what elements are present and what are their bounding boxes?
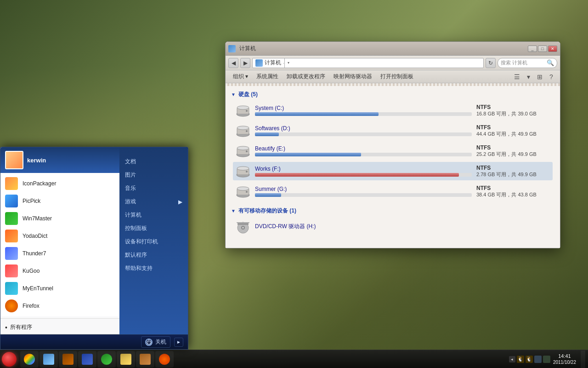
start-item-icon-win7m [5,212,18,225]
forward-button[interactable]: ▶ [240,58,250,68]
view-tiles-button[interactable]: ⊞ [535,72,545,82]
address-bar[interactable]: 计算机 · ▾ [252,58,484,68]
taskbar-item-firefox[interactable] [155,351,174,368]
taskbar-icon-pinwheel [24,354,35,365]
drive-item[interactable]: System (C:) NTFS 16.8 GB 可用，共 39.0 GB [233,101,553,120]
start-right-label: 游戏 [125,198,136,206]
address-icon [255,59,263,67]
dvd-info: DVD/CD-RW 驱动器 (H:) [255,223,550,231]
drive-item[interactable]: Softwares (D:) NTFS 44.4 GB 可用，共 49.9 GB [233,121,553,140]
taskbar-item-photo[interactable] [40,351,58,368]
start-right-label: 计算机 [125,211,141,219]
drive-fs: NTFS [476,124,550,131]
close-button[interactable]: ✕ [548,46,557,52]
shutdown-options-button[interactable]: ► [174,338,183,347]
start-right-item-documents[interactable]: 文档 [119,155,188,168]
drive-free: 38.4 GB 可用，共 43.8 GB [476,191,550,198]
start-button[interactable] [0,350,18,368]
tray-date-value: 2011/10/22 [553,359,576,365]
start-item-picpick[interactable]: PicPick [0,192,119,210]
tray-arrow-icon[interactable]: ◂ [509,356,515,362]
start-item-label: MyEnTunnel [23,285,53,292]
view-dropdown-button[interactable]: ▾ [523,72,533,82]
svg-point-15 [246,171,248,172]
drive-stats: NTFS 16.8 GB 可用，共 39.0 GB [476,104,550,117]
start-item-win7m[interactable]: Win7Master [0,210,119,227]
start-item-tunnel[interactable]: MyEnTunnel [0,280,119,297]
svg-point-6 [237,126,249,130]
toolbar-network[interactable]: 映射网络驱动器 [330,72,376,82]
toolbar-organize[interactable]: 组织 ▾ [229,72,252,82]
start-divider [0,318,119,319]
drive-info: Beautify (E:) [255,145,472,156]
start-right-item-pictures[interactable]: 图片 [119,169,188,181]
start-item-label: Thunder7 [23,250,46,257]
drive-fs: NTFS [476,165,550,171]
drive-item[interactable]: Beautify (E:) NTFS 25.2 GB 可用，共 49.9 GB [233,142,553,160]
start-item-yao[interactable]: YodaoDict [0,227,119,245]
hard-drives-header[interactable]: ▼ 硬盘 (5) [229,90,556,99]
taskbar-item-pinwheel[interactable] [20,351,39,368]
search-placeholder: 搜索 计算机 [501,59,527,66]
tray-battery-icon[interactable] [543,356,550,363]
toolbar-uninstall[interactable]: 卸载或更改程序 [283,72,329,82]
toolbar-sysinfo[interactable]: 系统属性 [253,72,282,82]
taskbar-icon-cabinet [140,354,151,365]
window-toolbar: 组织 ▾ 系统属性 卸载或更改程序 映射网络驱动器 打开控制面板 ☰ ▾ ⊞ ? [226,70,560,83]
maximize-button[interactable]: □ [538,46,547,52]
taskbar-item-chat[interactable] [97,351,116,368]
drive-name: Summer (G:) [255,186,472,192]
start-right-item-music[interactable]: 音乐 [119,182,188,195]
taskbar-item-notes[interactable] [117,351,135,368]
all-programs-button[interactable]: • 所有程序 [0,321,119,334]
drive-item[interactable]: Summer (G:) NTFS 38.4 GB 可用，共 43.8 GB [233,182,553,201]
start-item-label: YodaoDict [23,233,47,239]
taskbar-item-video[interactable] [59,351,77,368]
address-dropdown[interactable]: ▾ [284,58,292,68]
start-item-iconpkg[interactable]: IconPackager [0,175,119,192]
start-right-item-games[interactable]: 游戏▶ [119,196,188,208]
tray-time-value: 14:41 [558,353,571,359]
start-right-label: 帮助和支持 [125,264,153,272]
drive-info: Softwares (D:) [255,125,472,136]
start-right-item-help[interactable]: 帮助和支持 [119,262,188,275]
taskbar-item-monitor[interactable] [78,351,96,368]
back-button[interactable]: ◀ [228,58,238,68]
shutdown-button[interactable]: ⏻ 关机 [141,336,170,348]
toolbar-control[interactable]: 打开控制面板 [377,72,417,82]
drive-name: System (C:) [255,105,472,111]
svg-point-14 [237,167,249,170]
start-right-item-defaults[interactable]: 默认程序 [119,249,188,261]
search-icon[interactable]: 🔍 [547,59,554,66]
taskbar-tray: ◂ 🐧 🐧 14:41 2011/10/22 [509,351,585,368]
start-orb [2,352,17,367]
show-desktop-button[interactable] [581,351,585,368]
drive-bar-bg [255,112,472,116]
tray-penguin-2-icon[interactable]: 🐧 [526,356,533,363]
svg-point-3 [246,110,248,112]
drive-bar-fill [255,173,459,177]
removable-item[interactable]: DVD/CD-RW 驱动器 (H:) [233,218,553,236]
view-details-button[interactable]: ☰ [512,72,522,82]
tray-clock[interactable]: 14:41 2011/10/22 [553,353,576,365]
start-item-thunder[interactable]: Thunder7 [0,245,119,262]
start-right-item-computer[interactable]: 计算机 [119,209,188,221]
svg-point-7 [246,130,248,132]
removable-header[interactable]: ▼ 有可移动存储的设备 (1) [229,206,556,216]
start-right-item-control[interactable]: 控制面板 [119,222,188,235]
search-box[interactable]: 搜索 计算机 🔍 [498,58,557,68]
start-item-label: IconPackager [23,180,56,187]
taskbar-item-cabinet[interactable] [136,351,154,368]
drive-item[interactable]: Works (F:) NTFS 2.78 GB 可用，共 49.9 GB [233,162,553,180]
tray-penguin-1-icon[interactable]: 🐧 [517,356,524,363]
start-right-item-devices[interactable]: 设备和打印机 [119,236,188,248]
minimize-button[interactable]: _ [528,46,537,52]
refresh-button[interactable]: ↻ [486,58,496,68]
start-item-kugoo[interactable]: KuGoo [0,262,119,280]
start-item-firefox[interactable]: Firefox [0,297,119,315]
drive-bar-fill [255,132,279,136]
help-button[interactable]: ? [546,72,556,82]
window-titlebar: 计算机 _ □ ✕ [226,42,560,56]
tray-network-icon[interactable] [534,356,542,363]
start-bottom-bar: ⏻ 关机 ► [0,334,188,349]
